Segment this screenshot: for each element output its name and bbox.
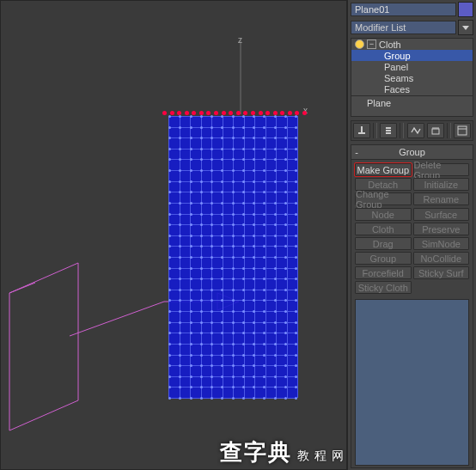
svg-rect-7 — [361, 126, 363, 132]
stack-sub-group[interactable]: Group — [351, 50, 473, 61]
change-group-button[interactable]: Change Group — [355, 192, 412, 205]
modifier-stack[interactable]: − Cloth Group Panel Seams Faces Plane — [351, 38, 473, 117]
watermark-en: 教 程 网 — [297, 449, 345, 464]
stack-item-label: Cloth — [379, 40, 401, 50]
rollout-title: Group — [351, 147, 473, 157]
delete-group-button[interactable]: Delete Group — [413, 163, 470, 176]
object-color-swatch[interactable] — [458, 2, 473, 17]
svg-line-5 — [9, 283, 35, 293]
stack-item-cloth[interactable]: − Cloth — [351, 39, 473, 50]
stack-icon — [383, 125, 394, 136]
surface-button[interactable]: Surface — [413, 208, 470, 221]
make-group-button[interactable]: Make Group — [355, 163, 412, 176]
make-unique-button[interactable] — [407, 123, 424, 138]
viewport[interactable]: z x 查字典 教 程 网 — [0, 0, 347, 470]
rollout-header[interactable]: - Group — [351, 145, 473, 160]
pin-icon — [357, 125, 367, 136]
svg-rect-10 — [386, 130, 391, 131]
svg-marker-4 — [9, 263, 78, 430]
forcefield-button[interactable]: Forcefield — [355, 266, 412, 279]
selected-vertices-row — [162, 111, 307, 115]
remove-icon — [430, 125, 441, 136]
sticky-surf-button[interactable]: Sticky Surf — [413, 266, 470, 279]
preserve-button[interactable]: Preserve — [413, 223, 470, 235]
watermark: 查字典 教 程 网 — [220, 437, 345, 467]
nocollide-button[interactable]: NoCollide — [413, 252, 470, 265]
cloth-button[interactable]: Cloth — [355, 223, 412, 235]
svg-rect-12 — [432, 129, 439, 134]
stack-sub-panel[interactable]: Panel — [351, 61, 473, 72]
modifier-list-dropdown[interactable]: Modifier List — [351, 21, 456, 34]
group-button[interactable]: Group — [355, 252, 412, 265]
stack-sub-seams[interactable]: Seams — [351, 72, 473, 83]
watermark-cn: 查字典 — [220, 437, 292, 467]
configure-icon — [457, 125, 467, 136]
group-preview-swatch — [355, 299, 469, 466]
remove-modifier-button[interactable] — [427, 123, 444, 138]
cloth-plane-object[interactable] — [168, 116, 297, 398]
modifier-list-arrow[interactable] — [458, 20, 473, 35]
group-rollout: - Group Make Group Delete Group Detach I… — [351, 144, 473, 468]
pin-stack-button[interactable] — [353, 123, 370, 138]
axis-z-label: z — [238, 35, 242, 45]
svg-rect-11 — [386, 132, 391, 134]
show-end-icon — [410, 125, 422, 136]
sticky-cloth-button[interactable]: Sticky Cloth — [355, 281, 412, 294]
initialize-button[interactable]: Initialize — [413, 178, 470, 191]
simnode-button[interactable]: SimNode — [413, 237, 470, 250]
configure-sets-button[interactable] — [454, 123, 471, 138]
object-name-field[interactable]: Plane01 — [351, 3, 456, 16]
svg-rect-8 — [358, 132, 365, 134]
svg-rect-9 — [386, 127, 391, 129]
rename-button[interactable]: Rename — [413, 192, 470, 205]
stack-item-plane[interactable]: Plane — [351, 97, 473, 108]
lightbulb-icon — [355, 40, 364, 49]
svg-marker-6 — [462, 26, 469, 30]
drag-button[interactable]: Drag — [355, 237, 412, 250]
chevron-down-icon — [462, 24, 469, 31]
svg-line-3 — [70, 302, 164, 336]
show-end-result-button[interactable] — [380, 123, 397, 138]
stack-sub-faces[interactable]: Faces — [351, 83, 473, 95]
node-button[interactable]: Node — [355, 208, 412, 221]
stack-toolbar — [351, 120, 473, 141]
modify-panel: Plane01 Modifier List − Cloth Group Pane… — [347, 0, 476, 470]
expand-icon[interactable]: − — [367, 40, 376, 49]
svg-rect-14 — [458, 126, 467, 135]
